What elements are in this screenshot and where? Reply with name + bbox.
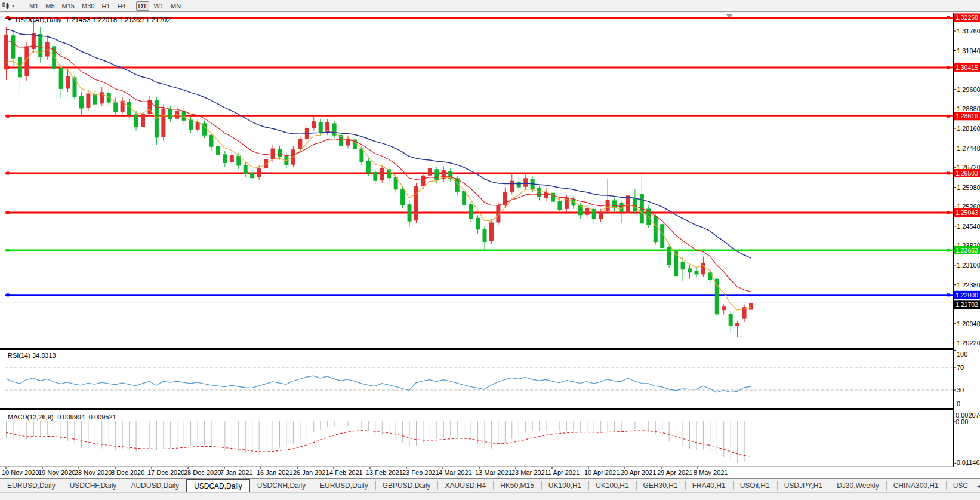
tab-usdcnh-daily[interactable]: USDCNH,Daily xyxy=(250,479,313,492)
tab-eurusd-daily[interactable]: EURUSD,Daily xyxy=(313,479,375,492)
tab-scroll-left-icon[interactable]: ◂ xyxy=(975,483,980,489)
svg-text:1.30415: 1.30415 xyxy=(956,64,978,71)
tab-usoil-h1[interactable]: USOil,H1 xyxy=(733,479,777,492)
tab-uk100-h1[interactable]: UK100,H1 xyxy=(588,479,636,492)
svg-text:10 Apr 2021: 10 Apr 2021 xyxy=(584,469,620,476)
timeframe-button-m1[interactable]: M1 xyxy=(27,1,41,11)
timeframe-toolbar: ▾ M1M5M15M30H1H4D1W1MN xyxy=(0,0,980,12)
svg-text:1.25980: 1.25980 xyxy=(957,184,980,191)
svg-text:1.27440: 1.27440 xyxy=(957,145,980,152)
svg-text:USDCAD,Daily 1.21453 1.22018: USDCAD,Daily 1.21453 1.22018 1.21369 1.2… xyxy=(16,16,171,23)
svg-text:8 Dec 2020: 8 Dec 2020 xyxy=(111,469,144,476)
tab-china300-h1[interactable]: CHINA300,H1 xyxy=(886,479,946,492)
tab-xauusd-h4[interactable]: XAUUSD,H4 xyxy=(437,479,493,492)
svg-text:1.28616: 1.28616 xyxy=(956,112,978,119)
svg-text:26 Jan 2021: 26 Jan 2021 xyxy=(293,469,329,476)
svg-text:1.26503: 1.26503 xyxy=(956,170,978,177)
tab-audusd-daily[interactable]: AUDUSD,Daily xyxy=(124,479,186,492)
tab-eurusd-daily[interactable]: EURUSD,Daily xyxy=(0,479,63,492)
svg-text:23 Mar 2021: 23 Mar 2021 xyxy=(511,469,548,476)
svg-text:RSI(14) 34.8313: RSI(14) 34.8313 xyxy=(8,352,56,359)
svg-text:29 Apr 2021: 29 Apr 2021 xyxy=(657,469,692,476)
status-bar xyxy=(0,492,980,500)
svg-text:8 May 2021: 8 May 2021 xyxy=(694,469,728,476)
timeframe-button-h4[interactable]: H4 xyxy=(115,1,128,11)
timeframe-button-h1[interactable]: H1 xyxy=(99,1,112,11)
svg-text:1.23100: 1.23100 xyxy=(957,262,980,269)
svg-text:1 Apr 2021: 1 Apr 2021 xyxy=(548,469,580,476)
svg-text:16 Jan 2021: 16 Jan 2021 xyxy=(257,469,293,476)
chart-canvas[interactable]: 1.317601.310401.296001.288801.281601.274… xyxy=(0,13,980,478)
svg-text:7 Jan 2021: 7 Jan 2021 xyxy=(220,469,252,476)
tab-usdchf-daily[interactable]: USDCHF,Daily xyxy=(63,479,124,492)
tab-gbpusd-daily[interactable]: GBPUSD,Daily xyxy=(375,479,438,492)
svg-text:1.20940: 1.20940 xyxy=(957,320,980,327)
timeframe-button-w1[interactable]: W1 xyxy=(152,1,167,11)
svg-text:-0.011462: -0.011462 xyxy=(954,459,980,466)
svg-text:30: 30 xyxy=(957,386,964,394)
timeframe-button-m30[interactable]: M30 xyxy=(79,1,97,11)
tab-fra40-h1[interactable]: FRA40,H1 xyxy=(685,479,733,492)
svg-text:10 Nov 2020: 10 Nov 2020 xyxy=(2,469,39,476)
svg-text:19 Nov 2020: 19 Nov 2020 xyxy=(38,469,75,476)
tab-dj30-weekly[interactable]: DJ30,Weekly xyxy=(830,479,886,492)
tab-usdjpy-h1[interactable]: USDJPY,H1 xyxy=(777,479,830,492)
timeframe-button-m15[interactable]: M15 xyxy=(60,1,77,11)
timeframe-button-m5[interactable]: M5 xyxy=(43,1,57,11)
svg-text:4 Mar 2021: 4 Mar 2021 xyxy=(439,469,472,476)
svg-text:17 Dec 2020: 17 Dec 2020 xyxy=(147,469,184,476)
tab-usdcad-daily[interactable]: USDCAD,Daily xyxy=(186,479,250,492)
tab-usc[interactable]: USC xyxy=(946,479,975,492)
svg-text:1.31040: 1.31040 xyxy=(957,47,980,54)
svg-text:70: 70 xyxy=(957,364,964,371)
tab-uk100-h1[interactable]: UK100,H1 xyxy=(541,479,588,492)
svg-text:28 Nov 2020: 28 Nov 2020 xyxy=(75,469,112,476)
toolbar-grip xyxy=(19,2,21,10)
svg-text:100: 100 xyxy=(957,351,967,358)
svg-text:28 Dec 2020: 28 Dec 2020 xyxy=(184,469,221,476)
svg-text:1.23653: 1.23653 xyxy=(956,247,978,254)
tab-hk50-m15[interactable]: HK50,M15 xyxy=(493,479,541,492)
svg-text:13 Mar 2021: 13 Mar 2021 xyxy=(475,469,512,476)
chart-symbol-icon[interactable] xyxy=(2,2,11,10)
svg-text:0: 0 xyxy=(957,400,960,407)
symbol-tab-bar: EURUSD,DailyUSDCHF,DailyAUDUSD,DailyUSDC… xyxy=(0,478,980,492)
dropdown-arrow-icon[interactable]: ▾ xyxy=(12,3,14,8)
svg-text:23 Feb 2021: 23 Feb 2021 xyxy=(402,469,439,476)
svg-text:1.20220: 1.20220 xyxy=(957,339,980,346)
svg-text:1.32258: 1.32258 xyxy=(956,14,978,21)
svg-text:1.22380: 1.22380 xyxy=(957,281,980,289)
timeframe-button-d1[interactable]: D1 xyxy=(136,1,149,11)
svg-text:1.25043: 1.25043 xyxy=(956,209,978,216)
timeframe-button-mn[interactable]: MN xyxy=(168,1,183,11)
svg-text:1.31760: 1.31760 xyxy=(957,27,980,35)
svg-text:1.21702: 1.21702 xyxy=(956,301,978,308)
svg-text:13 Feb 2021: 13 Feb 2021 xyxy=(366,469,403,476)
svg-text:1.29600: 1.29600 xyxy=(957,86,980,93)
svg-text:1.28160: 1.28160 xyxy=(957,125,980,132)
svg-text:1.22000: 1.22000 xyxy=(956,292,978,299)
svg-text:20 Apr 2021: 20 Apr 2021 xyxy=(621,469,656,476)
svg-text:0.00: 0.00 xyxy=(956,418,968,425)
svg-text:MACD(12,26,9) -0.009904 -0.009: MACD(12,26,9) -0.009904 -0.009521 xyxy=(8,413,116,421)
svg-text:4 Feb 2021: 4 Feb 2021 xyxy=(329,469,363,476)
svg-text:1.28880: 1.28880 xyxy=(957,105,980,112)
svg-text:1.24540: 1.24540 xyxy=(957,223,980,230)
toolbar-separator xyxy=(132,2,132,10)
tab-ger30-h1[interactable]: GER30,H1 xyxy=(636,479,685,492)
